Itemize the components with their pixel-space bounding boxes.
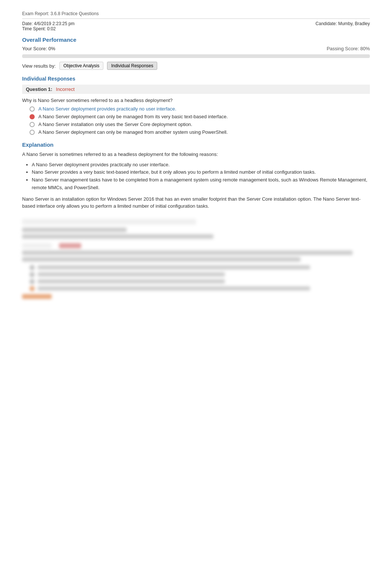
your-score: Your Score: 0% <box>22 46 55 51</box>
explanation-bullets: A Nano Server deployment provides practi… <box>26 161 370 192</box>
answer-option-1: A Nano Server deployment provides practi… <box>30 106 370 112</box>
exam-date: Date: 4/6/2019 2:23:25 pm <box>22 21 75 26</box>
question-block-1: Question 1: Incorrect Why is Nano Server… <box>22 85 370 135</box>
view-results-label: View results by: <box>22 63 56 69</box>
score-bar-container <box>22 54 370 58</box>
bullet-3: Nano Server management tasks have to be … <box>32 176 370 192</box>
question-header-1: Question 1: Incorrect <box>22 85 370 94</box>
answer-text-1: A Nano Server deployment provides practi… <box>38 106 176 112</box>
individual-responses-title: Individual Responses <box>22 76 370 82</box>
tab-individual-responses[interactable]: Individual Responses <box>107 62 157 70</box>
radio-circle-2 <box>30 114 35 119</box>
question-status-1: Incorrect <box>56 86 75 92</box>
exam-time: Time Spent: 0:02 <box>22 26 75 31</box>
answer-text-4: A Nano Server deployment can only be man… <box>38 129 228 135</box>
answer-option-3: A Nano Server installation only uses the… <box>30 122 370 127</box>
radio-circle-3 <box>30 122 35 127</box>
bullet-2: Nano Server provides a very basic text-b… <box>32 169 370 176</box>
candidate-name: Candidate: Mumby, Bradley <box>316 21 370 31</box>
passing-score: Passing Score: 80% <box>327 46 370 51</box>
answer-text-3: A Nano Server installation only uses the… <box>38 122 192 127</box>
exam-title: Exam Report: 3.6.8 Practice Questions <box>22 11 370 19</box>
explanation-title: Explanation <box>22 142 370 148</box>
bullet-1: A Nano Server deployment provides practi… <box>32 161 370 169</box>
tab-objective-analysis[interactable]: Objective Analysis <box>59 62 103 70</box>
question-number-1: Question 1: <box>26 86 52 92</box>
explanation-intro: A Nano Server is sometimes referred to a… <box>22 151 370 158</box>
answer-text-2: A Nano Server deployment can only be man… <box>38 114 228 119</box>
overall-performance-title: Overall Performance <box>22 37 370 43</box>
explanation-closing: Nano Server is an installation option fo… <box>22 195 370 210</box>
answer-option-2: A Nano Server deployment can only be man… <box>30 114 370 119</box>
radio-circle-1 <box>30 106 35 112</box>
radio-circle-4 <box>30 130 35 135</box>
answer-option-4: A Nano Server deployment can only be man… <box>30 129 370 135</box>
question-text-1: Why is Nano Server sometimes referred to… <box>22 98 370 103</box>
blurred-content <box>22 219 370 299</box>
